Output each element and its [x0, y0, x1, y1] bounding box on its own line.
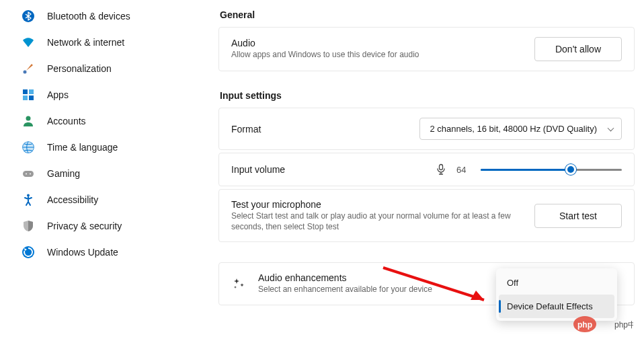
format-dropdown[interactable]: 2 channels, 16 bit, 48000 Hz (DVD Qualit… — [419, 118, 622, 140]
format-card[interactable]: Format 2 channels, 16 bit, 48000 Hz (DVD… — [218, 108, 635, 150]
sidebar-item-gaming[interactable]: Gaming — [4, 161, 191, 186]
sidebar-label: Apps — [47, 89, 69, 100]
sidebar-label: Accounts — [47, 116, 86, 126]
sidebar-label: Privacy & security — [47, 221, 122, 231]
update-icon — [22, 245, 35, 259]
gamepad-icon — [22, 167, 35, 180]
svg-point-12 — [27, 194, 30, 197]
shield-icon — [22, 219, 35, 233]
microphone-icon — [435, 163, 447, 176]
sidebar-item-personalization[interactable]: Personalization — [4, 56, 191, 81]
sidebar-label: Time & language — [47, 142, 118, 153]
audio-card[interactable]: Audio Allow apps and Windows to use this… — [218, 27, 635, 71]
enhancements-dropdown-popup: Off Device Default Effects — [496, 268, 617, 321]
popup-option-off[interactable]: Off — [499, 271, 614, 295]
volume-value: 64 — [456, 165, 471, 175]
svg-rect-4 — [23, 96, 28, 100]
svg-point-11 — [30, 174, 31, 175]
svg-rect-2 — [23, 89, 28, 94]
svg-text:php: php — [577, 320, 592, 330]
sidebar-label: Network & internet — [47, 37, 124, 48]
input-settings-heading: Input settings — [220, 90, 635, 101]
svg-text:php中文网: php中文网 — [614, 320, 633, 330]
test-mic-desc: Select Start test and talk or play audio… — [231, 211, 514, 232]
dont-allow-button[interactable]: Don't allow — [534, 37, 622, 61]
sidebar-item-accounts[interactable]: Accounts — [4, 108, 191, 134]
clock-globe-icon — [22, 141, 35, 154]
sidebar: Bluetooth & devices Network & internet P… — [0, 0, 195, 268]
start-test-button[interactable]: Start test — [534, 204, 622, 228]
apps-icon — [22, 88, 35, 102]
sidebar-item-update[interactable]: Windows Update — [4, 239, 191, 265]
enhancements-desc: Select an enhancement available for your… — [258, 284, 432, 295]
svg-point-6 — [26, 116, 31, 121]
sparkle-icon — [231, 276, 246, 291]
sidebar-label: Gaming — [47, 168, 80, 179]
sidebar-item-time[interactable]: Time & language — [4, 135, 191, 160]
accessibility-icon — [22, 193, 35, 206]
sidebar-label: Accessibility — [47, 194, 98, 205]
svg-point-1 — [24, 71, 27, 74]
sidebar-item-network[interactable]: Network & internet — [4, 30, 191, 55]
svg-point-10 — [26, 174, 27, 175]
sidebar-item-privacy[interactable]: Privacy & security — [4, 213, 191, 239]
enhancements-title: Audio enhancements — [258, 272, 432, 283]
svg-rect-9 — [23, 171, 34, 177]
input-volume-title: Input volume — [231, 164, 285, 175]
test-mic-card[interactable]: Test your microphone Select Start test a… — [218, 189, 635, 242]
audio-desc: Allow apps and Windows to use this devic… — [231, 50, 419, 61]
sidebar-label: Bluetooth & devices — [47, 11, 130, 22]
sidebar-label: Windows Update — [47, 247, 118, 258]
svg-rect-14 — [440, 165, 443, 170]
format-title: Format — [231, 124, 261, 135]
svg-rect-3 — [29, 89, 34, 94]
sidebar-label: Personalization — [47, 63, 112, 74]
wifi-icon — [22, 36, 35, 49]
general-heading: General — [220, 9, 635, 20]
input-volume-card[interactable]: Input volume 64 — [218, 153, 635, 186]
bluetooth-icon — [22, 9, 35, 23]
volume-slider[interactable] — [481, 163, 622, 176]
person-icon — [22, 114, 35, 128]
main-content: General Audio Allow apps and Windows to … — [218, 0, 635, 308]
sidebar-item-accessibility[interactable]: Accessibility — [4, 187, 191, 213]
audio-title: Audio — [231, 38, 419, 48]
watermark: php php中文网 — [573, 315, 633, 336]
brush-icon — [22, 62, 35, 75]
test-mic-title: Test your microphone — [231, 199, 514, 210]
sidebar-item-apps[interactable]: Apps — [4, 82, 191, 108]
sidebar-item-bluetooth[interactable]: Bluetooth & devices — [4, 3, 191, 29]
svg-rect-5 — [29, 96, 34, 100]
